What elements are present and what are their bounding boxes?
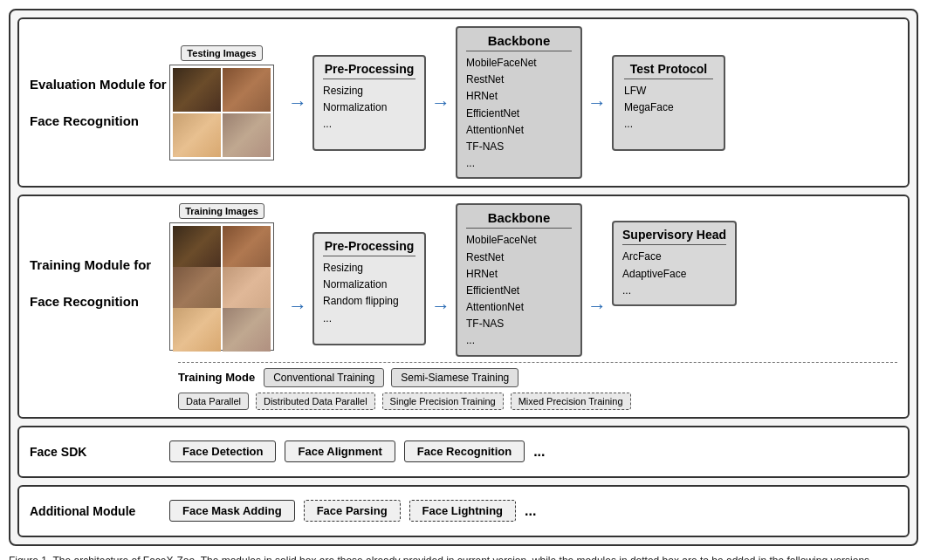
face-alignment-box: Face Alignment [285, 440, 395, 462]
train-module-label: Training Module for Face Recognition [30, 203, 169, 311]
arrow-train-3: → [587, 295, 607, 318]
arrow-train-2: → [431, 295, 450, 318]
face-parsing-box: Face Parsing [304, 500, 401, 522]
face-lightning-box: Face Lightning [409, 500, 516, 522]
train-preprocessing-resizing: Resizing [323, 260, 415, 277]
backbone-item-2: RestNet [466, 72, 572, 88]
face-sdk-ellipsis: ... [533, 444, 545, 460]
test-protocol-lfw: LFW [624, 83, 713, 99]
face-recognition-box: Face Recognition [404, 440, 525, 462]
face-detection-box: Face Detection [169, 440, 276, 462]
supervisory-head-adaptive: AdaptiveFace [622, 266, 726, 283]
training-images-section: Training Images [169, 203, 274, 351]
semi-siamese-training-box: Semi-Siamese Training [391, 368, 518, 387]
testing-images-label: Testing Images [181, 45, 262, 61]
test-protocol-box: Test Protocol LFW MegaFace ... [612, 55, 725, 151]
training-mode-label: Training Mode [178, 371, 255, 384]
supervisory-head-title: Supervisory Head [622, 228, 726, 245]
backbone-item-7: ... [466, 155, 572, 172]
caption-text: Figure 1. The architecture of FaceX-Zoo.… [9, 555, 872, 560]
eval-module-label: Evaluation Module for Face Recognition [30, 75, 169, 130]
mixed-precision-box: Mixed Precision Training [511, 393, 631, 410]
face-sdk-items: Face Detection Face Alignment Face Recog… [169, 440, 897, 462]
train-preprocessing-flipping: Random flipping [323, 293, 415, 310]
train-preprocessing-normalization: Normalization [323, 277, 415, 293]
backbone-train-item-5: AttentionNet [466, 299, 572, 316]
face-cell-1 [173, 68, 221, 112]
backbone-train-title: Backbone [466, 210, 572, 229]
test-protocol-ellipsis: ... [624, 116, 713, 133]
eval-preprocessing-resizing: Resizing [323, 83, 415, 99]
backbone-box-eval: Backbone MobileFaceNet RestNet HRNet Eff… [456, 26, 582, 179]
eval-preprocessing-normalization: Normalization [323, 99, 415, 116]
train-face-6 [223, 308, 271, 352]
additional-ellipsis: ... [525, 503, 536, 519]
testing-images-grid [169, 65, 274, 160]
backbone-train-item-2: RestNet [466, 249, 572, 266]
conventional-training-box: Conventional Training [264, 368, 384, 387]
additional-module-items: Face Mask Adding Face Parsing Face Light… [169, 500, 897, 522]
train-content: Training Images → Pre-Processing Resizin… [169, 203, 897, 409]
eval-content: Testing Images → Pre-Processing Resizing… [169, 26, 897, 179]
face-cell-4 [223, 113, 271, 157]
backbone-train-item-6: TF-NAS [466, 316, 572, 332]
train-preprocessing-title: Pre-Processing [323, 239, 415, 256]
train-module: Training Module for Face Recognition Tra… [17, 195, 910, 418]
arrow-1: → [288, 92, 307, 114]
backbone-train-item-7: ... [466, 332, 572, 349]
backbone-item-4: EfficientNet [466, 106, 572, 122]
training-images-grid [169, 222, 274, 351]
arrow-train-1: → [288, 295, 307, 318]
eval-module: Evaluation Module for Face Recognition T… [17, 17, 910, 188]
backbone-train-item-4: EfficientNet [466, 283, 572, 299]
train-face-4 [223, 267, 271, 311]
parallel-row: Data Parallel Distributed Data Parallel … [178, 393, 897, 410]
face-cell-2 [223, 68, 271, 112]
eval-preprocessing-box: Pre-Processing Resizing Normalization ..… [312, 55, 426, 151]
face-mask-adding-box: Face Mask Adding [169, 500, 295, 522]
eval-preprocessing-title: Pre-Processing [323, 62, 415, 79]
backbone-title: Backbone [466, 33, 572, 51]
main-container: Evaluation Module for Face Recognition T… [9, 9, 918, 546]
train-preprocessing-box: Pre-Processing Resizing Normalization Ra… [312, 232, 426, 345]
backbone-train-item-1: MobileFaceNet [466, 232, 572, 249]
train-face-5 [173, 308, 221, 352]
training-images-label: Training Images [179, 203, 264, 219]
supervisory-head-box: Supervisory Head ArcFace AdaptiveFace ..… [612, 221, 737, 306]
data-parallel-box: Data Parallel [178, 393, 249, 410]
figure-caption: Figure 1. The architecture of FaceX-Zoo.… [9, 553, 918, 560]
test-protocol-title: Test Protocol [624, 62, 713, 79]
supervisory-head-arcface: ArcFace [622, 249, 726, 265]
train-preprocessing-ellipsis: ... [323, 311, 415, 327]
backbone-item-1: MobileFaceNet [466, 55, 572, 72]
arrow-3: → [587, 92, 607, 114]
train-face-2 [223, 226, 271, 270]
training-mode-row: Training Mode Conventional Training Semi… [178, 362, 897, 387]
additional-module-row: Additional Module Face Mask Adding Face … [17, 485, 910, 537]
eval-preprocessing-ellipsis: ... [323, 116, 415, 133]
train-top-row: Training Images → Pre-Processing Resizin… [169, 203, 897, 356]
distributed-data-parallel-box: Distributed Data Parallel [256, 393, 375, 410]
backbone-item-5: AttentionNet [466, 122, 572, 139]
test-protocol-megaface: MegaFace [624, 99, 713, 116]
additional-module-label: Additional Module [30, 504, 169, 518]
single-precision-box: Single Precision Training [382, 393, 504, 410]
backbone-item-6: TF-NAS [466, 139, 572, 155]
supervisory-head-ellipsis: ... [622, 283, 726, 299]
backbone-item-3: HRNet [466, 88, 572, 105]
backbone-box-train: Backbone MobileFaceNet RestNet HRNet Eff… [456, 203, 582, 356]
backbone-train-item-3: HRNet [466, 266, 572, 283]
testing-images-section: Testing Images [169, 45, 274, 160]
face-sdk-row: Face SDK Face Detection Face Alignment F… [17, 426, 910, 478]
train-face-1 [173, 226, 221, 270]
train-face-3 [173, 267, 221, 311]
face-sdk-label: Face SDK [30, 445, 169, 459]
face-cell-3 [173, 113, 221, 157]
arrow-2: → [431, 92, 450, 114]
